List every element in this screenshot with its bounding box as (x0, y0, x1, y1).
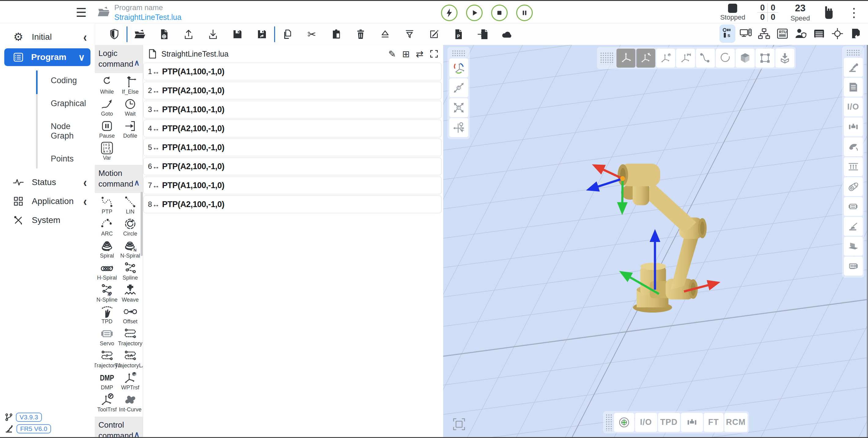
cut-icon[interactable]: ✂ (300, 28, 324, 40)
tool-frame-button[interactable] (636, 49, 655, 67)
speed-indicator[interactable]: 23 Speed (790, 3, 810, 22)
code-line-3[interactable]: 3↔ PTP(A1,100,-1,0) (143, 100, 442, 118)
program-folder-icon[interactable] (97, 6, 111, 18)
section-control-command[interactable]: Control command ∧ (95, 417, 143, 437)
palette-item-servo[interactable]: Servo (95, 327, 119, 347)
palette-item-dmp[interactable]: DMP DMP (95, 371, 119, 390)
sidebar-item-points[interactable]: Points (36, 147, 95, 170)
register-table-icon[interactable] (811, 25, 827, 43)
upload-icon[interactable] (176, 28, 201, 40)
collapse-icon[interactable]: ∧ (134, 177, 140, 188)
code-line-7[interactable]: 7↔ PTP(A1,100,-1,0) (143, 176, 442, 194)
workspace-bounds-button[interactable] (755, 49, 774, 67)
new-file-icon[interactable] (152, 28, 176, 40)
gripper-button[interactable] (844, 117, 863, 137)
user-security-icon[interactable] (793, 25, 809, 43)
palette-item-ptp[interactable]: PTP (95, 195, 119, 215)
chevron-left-icon[interactable]: ‹ (84, 194, 87, 209)
base-frame-button[interactable] (617, 49, 636, 67)
toolbar-drag-handle[interactable] (600, 52, 614, 64)
download-icon[interactable] (201, 28, 225, 40)
open-folder-icon[interactable] (127, 29, 152, 40)
palette-item-spiral[interactable]: Spiral (95, 239, 119, 259)
tcp-target-button[interactable] (614, 413, 634, 432)
swap-line-icon[interactable]: ↔ (152, 200, 159, 209)
calibration-target-icon[interactable] (830, 25, 845, 43)
sidebar-item-coding[interactable]: Coding (36, 69, 95, 92)
move-free-button[interactable]: M (449, 98, 468, 117)
code-line-5[interactable]: 5↔ PTP(A1,100,-1,0) (143, 139, 442, 156)
sidebar-item-initial[interactable]: ⚙ Initial ‹ (0, 28, 95, 47)
io-panel-button[interactable]: I/O (844, 97, 863, 117)
web-version-badge[interactable]: V3.9.3 (16, 413, 42, 422)
edit-line-icon[interactable]: ✎ (389, 49, 396, 59)
cloud-icon[interactable] (495, 29, 520, 39)
cube-view-button[interactable] (736, 49, 754, 67)
modbus-rtu-icon[interactable]: RTU (774, 25, 790, 43)
palette-item-int-curve[interactable]: Int-Curve (119, 393, 142, 413)
drag-teach-icon[interactable] (822, 5, 836, 21)
save-icon[interactable] (225, 29, 250, 40)
reorder-lines-icon[interactable]: ⇄ (416, 49, 424, 59)
toolbar-drag-handle[interactable] (452, 50, 466, 57)
robot-version-badge[interactable]: FR5 V6.0 (17, 424, 51, 433)
swap-line-icon[interactable]: ↔ (152, 86, 159, 95)
collapse-icon[interactable]: ∧ (134, 58, 140, 68)
collapse-icon[interactable]: ∧ (134, 429, 140, 437)
chevron-down-icon[interactable]: ∨ (78, 52, 85, 63)
file-export-icon[interactable] (471, 28, 495, 40)
sidebar-item-status[interactable]: Status ‹ (0, 173, 95, 192)
file-p-icon[interactable]: P (446, 28, 471, 40)
toolbar-drag-handle[interactable] (846, 49, 860, 56)
tool-sensor-icon[interactable]: s (719, 25, 735, 43)
arc-display-button[interactable] (716, 49, 735, 67)
palette-item-if-else[interactable]: If_Else (119, 75, 142, 95)
sidebar-item-system[interactable]: System (0, 211, 95, 230)
palette-scrollbar[interactable] (141, 192, 143, 256)
palette-item-dofile[interactable]: Dofile (119, 119, 142, 139)
stop-button[interactable] (491, 5, 508, 21)
sidebar-item-graphical[interactable]: Graphical (36, 92, 95, 115)
program-file-name[interactable]: StraightLineTest.lua (114, 13, 182, 22)
ft-overlay-button[interactable]: FT (704, 413, 723, 432)
sidebar-item-program[interactable]: Program ∨ (4, 48, 90, 66)
swap-line-icon[interactable]: ↔ (152, 67, 159, 76)
conveyor-button[interactable] (844, 157, 863, 176)
palette-item-trajectoryla[interactable]: LA TrajectoryLA (119, 349, 142, 369)
palette-item-lin[interactable]: LIN (119, 195, 142, 215)
palette-item-weave[interactable]: Weave (119, 283, 142, 303)
path-curve-button[interactable] (696, 49, 715, 67)
swap-line-icon[interactable]: ↔ (152, 143, 159, 152)
palette-item-circle[interactable]: Circle (119, 217, 142, 237)
sidebar-item-node-graph[interactable]: Node Graph (36, 115, 95, 147)
belt-axis-button[interactable] (844, 177, 863, 196)
palette-item-tooltrsf[interactable]: ToolTrsf (95, 393, 119, 413)
rename-icon[interactable] (422, 29, 446, 40)
code-line-4[interactable]: 4↔ PTP(A2,100,-1,0) (143, 120, 442, 137)
pause-button[interactable] (516, 5, 533, 21)
pick-point-button[interactable] (449, 118, 468, 137)
section-logic-command[interactable]: Logic command ∧ (95, 45, 143, 73)
menu-icon[interactable]: ☰ (76, 6, 87, 19)
program-notes-button[interactable] (844, 78, 863, 97)
import-model-button[interactable] (775, 49, 794, 67)
robot-model-button[interactable] (844, 58, 863, 77)
tool-claw-button[interactable] (844, 137, 863, 156)
add-line-icon[interactable]: ⊞ (402, 49, 410, 59)
lua-template-icon[interactable] (848, 25, 864, 43)
palette-item-arc[interactable]: ARC (95, 217, 119, 237)
workpiece-frame-button[interactable] (656, 49, 675, 67)
window-scrollbar[interactable] (867, 45, 868, 437)
protect-shield-icon[interactable] (102, 28, 127, 40)
palette-item-n-spiral[interactable]: N N-Spiral (119, 239, 142, 259)
network-sitemap-icon[interactable] (756, 25, 772, 43)
play-button[interactable] (466, 5, 483, 21)
controller-card-button[interactable] (844, 257, 863, 275)
palette-item-wait[interactable]: Wait (119, 97, 142, 117)
monitor-remote-icon[interactable] (738, 25, 754, 43)
welder-button[interactable] (844, 217, 863, 236)
simulation-viewport[interactable]: M M I/O (443, 45, 867, 437)
measure-frame-button[interactable] (676, 49, 695, 67)
more-menu-icon[interactable]: ⋮ (848, 8, 860, 18)
palette-item-tpd[interactable]: TPD (95, 304, 119, 324)
